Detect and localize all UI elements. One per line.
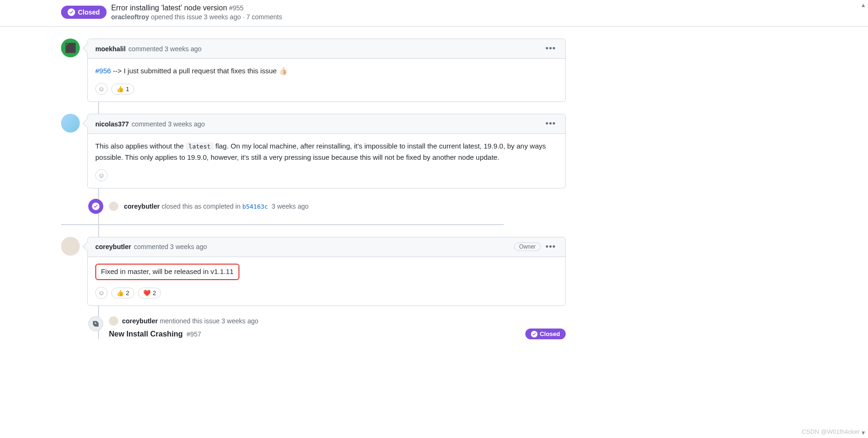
check-circle-icon: [531, 331, 538, 337]
add-reaction-button[interactable]: ☺: [95, 169, 108, 181]
avatar[interactable]: [61, 114, 80, 133]
check-circle-icon: [68, 8, 75, 16]
comment-author[interactable]: nicolas377: [95, 120, 129, 128]
comment-time[interactable]: commented 3 weeks ago: [129, 45, 202, 53]
issue-header: Closed Error installing 'latest' node ve…: [0, 0, 868, 27]
divider: [61, 224, 504, 225]
kebab-icon[interactable]: •••: [544, 119, 558, 129]
small-avatar[interactable]: [109, 316, 118, 326]
closed-event-badge: [88, 199, 103, 214]
status-text: Closed: [78, 8, 100, 16]
small-avatar[interactable]: [109, 202, 118, 211]
avatar[interactable]: [61, 237, 80, 256]
comment: ⬛ moekhalil commented 3 weeks ago ••• #9…: [61, 39, 566, 102]
thumbs-up-reaction[interactable]: 👍 1: [111, 84, 134, 94]
comment-time[interactable]: commented 3 weeks ago: [134, 243, 207, 250]
comment-text-pre: This also applies without the: [95, 142, 186, 150]
issue-subtitle: oracleoftroy opened this issue 3 weeks a…: [111, 13, 282, 21]
issue-author[interactable]: oracleoftroy: [111, 13, 149, 21]
comment-author[interactable]: moekhalil: [95, 45, 126, 53]
event-time[interactable]: 3 weeks ago: [222, 317, 259, 325]
issue-number: #955: [229, 4, 244, 12]
kebab-icon[interactable]: •••: [544, 44, 558, 54]
cross-reference-event: coreybutler mentioned this issue 3 weeks…: [88, 316, 566, 339]
avatar[interactable]: ⬛: [61, 39, 80, 57]
add-reaction-button[interactable]: ☺: [95, 287, 108, 299]
check-circle-icon: [92, 203, 100, 210]
event-user[interactable]: coreybutler: [122, 317, 158, 325]
comment-author[interactable]: coreybutler: [95, 243, 131, 250]
issue-link[interactable]: #956: [95, 67, 111, 75]
cross-ref-icon: [92, 320, 100, 328]
heart-reaction[interactable]: ❤️ 2: [138, 288, 161, 298]
comment-count: 7 comments: [246, 13, 282, 21]
inline-code: latest: [186, 142, 214, 150]
highlighted-text: Fixed in master, will be released in v1.…: [95, 264, 239, 280]
add-reaction-button[interactable]: ☺: [95, 83, 108, 95]
referenced-issue-number: #957: [186, 330, 201, 338]
comment-time[interactable]: commented 3 weeks ago: [132, 120, 205, 128]
scroll-up-arrow[interactable]: ▲: [860, 2, 866, 8]
referenced-issue-title[interactable]: New Install Crashing: [109, 330, 183, 338]
comment-text: --> I just submitted a pull request that…: [111, 67, 287, 75]
comment: coreybutler commented 3 weeks ago Owner …: [61, 237, 566, 306]
kebab-icon[interactable]: •••: [544, 242, 558, 252]
issue-title[interactable]: Error installing 'latest' node version: [111, 4, 227, 12]
status-badge: Closed: [61, 6, 107, 19]
cross-reference-icon: [88, 316, 103, 331]
event-time[interactable]: 3 weeks ago: [272, 203, 309, 210]
event-user[interactable]: coreybutler: [124, 203, 160, 210]
thumbs-up-reaction[interactable]: 👍 2: [111, 288, 134, 298]
closed-event: coreybutler closed this as completed in …: [88, 199, 566, 214]
comment: nicolas377 commented 3 weeks ago ••• Thi…: [61, 114, 566, 188]
owner-label: Owner: [514, 242, 541, 251]
commit-sha-link[interactable]: b54163c: [242, 203, 268, 210]
referenced-status-badge: Closed: [525, 328, 566, 339]
